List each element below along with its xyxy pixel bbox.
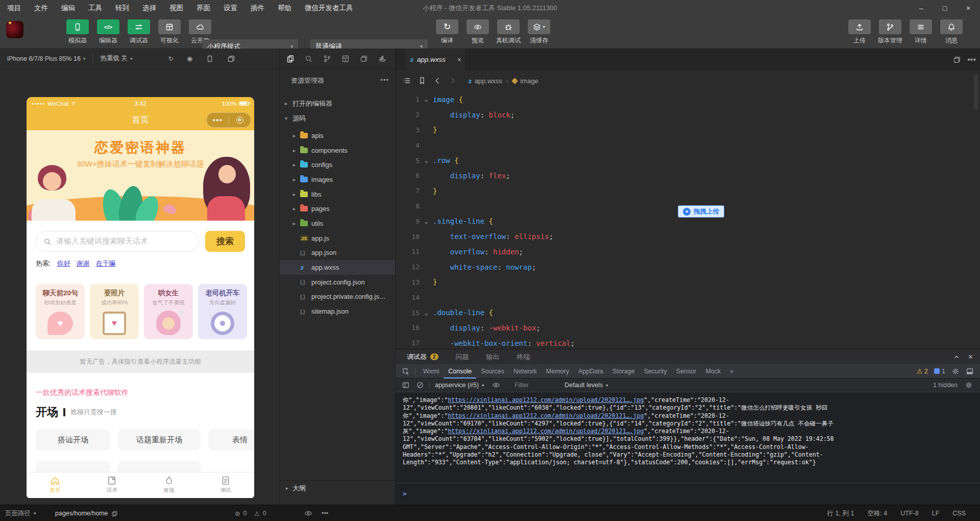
docker-icon[interactable] [378, 55, 386, 63]
breadcrumb-file[interactable]: ɜ app.wxss [468, 77, 502, 85]
source-section[interactable]: ▾源码 [280, 111, 395, 126]
devtools-tab-mock[interactable]: Mock [701, 364, 725, 378]
panel-tab-debugger[interactable]: 调试器2 [407, 352, 438, 362]
console-sidebar-icon[interactable] [402, 381, 410, 389]
menu-项目[interactable]: 项目 [7, 4, 21, 13]
phrase-button-clipped[interactable] [118, 461, 201, 472]
phrase-button[interactable]: 表情 [208, 429, 254, 451]
file-libs[interactable]: ▸libs [280, 187, 395, 202]
editor-scrollbar[interactable] [974, 74, 978, 110]
fold-icon[interactable]: ⌄ [420, 310, 433, 316]
hot-link-谢谢[interactable]: 谢谢 [77, 259, 90, 268]
upload-button[interactable]: 上传 [847, 19, 872, 45]
fold-icon[interactable]: ⌄ [420, 218, 433, 225]
close-icon[interactable]: × [957, 0, 980, 16]
language-mode[interactable]: CSS [952, 510, 966, 517]
details-button[interactable]: 详情 [909, 19, 933, 45]
fold-icon[interactable]: ⌄ [420, 157, 433, 164]
tab-home[interactable]: 首页 [27, 472, 84, 498]
menu-界面[interactable]: 界面 [197, 4, 210, 13]
problems-counter[interactable]: ⊘0 ⚠0 [235, 505, 266, 521]
devtools-tab-»[interactable]: » [725, 364, 738, 378]
devtools-tab-memory[interactable]: Memory [542, 364, 574, 378]
gear-icon[interactable] [951, 367, 960, 375]
restart-icon[interactable]: ↻ [168, 55, 173, 62]
multi-window-icon[interactable] [227, 55, 235, 63]
window-icon[interactable] [360, 55, 368, 63]
devtools-tab-storage[interactable]: Storage [608, 364, 640, 378]
panel-tab-terminal[interactable]: 终端 [517, 352, 530, 362]
breadcrumb-symbol[interactable]: image [512, 77, 538, 85]
console-output[interactable]: 你","image":"https://xinlianai.app1212.co… [396, 392, 980, 483]
file-app.js[interactable]: JSapp.js [280, 231, 395, 246]
file-project.private.config.js…[interactable]: {..}project.private.config.js… [280, 290, 395, 304]
file-project.config.json[interactable]: {..}project.config.json [280, 275, 395, 290]
visualize-button[interactable]: 可视化 [157, 19, 182, 45]
gear-icon[interactable] [965, 381, 973, 389]
file-app.wxss[interactable]: ɜapp.wxss [280, 260, 395, 275]
record-icon[interactable]: ◉ [187, 55, 192, 62]
devtools-tab-sources[interactable]: Sources [476, 364, 509, 378]
tab-scripts[interactable]: 话术 [84, 472, 141, 498]
context-select[interactable]: appservice (#5)▾ [435, 382, 484, 389]
clear-console-icon[interactable] [416, 381, 424, 389]
minimize-icon[interactable]: – [910, 0, 933, 16]
console-link[interactable]: https://xinlianai.app1212.com/admin/uplo… [448, 396, 644, 404]
more-icon[interactable]: ••• [967, 55, 976, 64]
copy-icon[interactable] [111, 510, 118, 517]
devtools-tab-network[interactable]: Network [509, 364, 542, 378]
files-icon[interactable] [286, 55, 295, 63]
file-configs[interactable]: ▸configs [280, 157, 395, 172]
branch-icon[interactable] [323, 55, 331, 63]
issue-count[interactable]: 1 [934, 368, 945, 375]
filter-input[interactable]: Filter [514, 382, 529, 389]
eol[interactable]: LF [932, 510, 940, 517]
file-images[interactable]: ▸images [280, 172, 395, 187]
page-path[interactable]: pages/home/home [55, 505, 118, 521]
panel-tab-problems[interactable]: 问题 [456, 352, 469, 362]
search-button[interactable]: 搜索 [205, 231, 245, 252]
tab-test[interactable]: 测试 [198, 472, 255, 498]
drag-upload-button[interactable]: ❉ 拖拽上传 [678, 205, 724, 218]
console-link[interactable]: https://xinlianai.app1212.com/admin/uplo… [448, 428, 644, 435]
forward-arrow-icon[interactable] [449, 77, 457, 85]
inspect-element-icon[interactable] [402, 367, 410, 375]
close-capsule-icon[interactable] [229, 116, 251, 124]
avatar[interactable] [6, 21, 23, 38]
menu-帮助[interactable]: 帮助 [278, 4, 291, 13]
file-utils[interactable]: ▸utils [280, 216, 395, 231]
editor-button[interactable]: </>编辑器 [96, 19, 120, 45]
log-levels-select[interactable]: Default levels▾ [565, 382, 608, 389]
menu-选择[interactable]: 选择 [142, 4, 156, 13]
promo-banner[interactable]: 恋爱密语神器 30W+撩妹话术一键复制解决尬聊话题 [27, 130, 254, 221]
panel-tab-output[interactable]: 输出 [486, 352, 500, 362]
menu-工具[interactable]: 工具 [88, 4, 102, 13]
file-app.json[interactable]: {..}app.json [280, 246, 395, 260]
devtools-tab-console[interactable]: Console [444, 364, 476, 378]
search-input[interactable]: 请输入关键词搜索聊天话术 [36, 231, 199, 252]
close-panel-icon[interactable]: × [968, 352, 973, 362]
split-editor-icon[interactable] [953, 56, 961, 64]
simulator-button[interactable]: 模拟器 [65, 19, 90, 45]
file-apis[interactable]: ▸apis [280, 128, 395, 143]
debugger-button[interactable]: 调试器 [127, 19, 151, 45]
file-pages[interactable]: ▸pages [280, 201, 395, 216]
compile-button[interactable]: ↻编译 [435, 19, 459, 45]
more-icon[interactable]: ••• [380, 76, 389, 85]
hot-link-在干嘛[interactable]: 在干嘛 [96, 259, 116, 268]
indent-setting[interactable]: 空格: 4 [867, 509, 887, 518]
eye-icon[interactable] [304, 505, 312, 521]
menu-文件[interactable]: 文件 [34, 4, 48, 13]
dock-panel-icon[interactable] [966, 367, 974, 375]
layout-icon[interactable] [341, 55, 350, 63]
file-sitemap.json[interactable]: {..}sitemap.json [280, 304, 395, 319]
menu-转到[interactable]: 转到 [115, 4, 129, 13]
hot-link-你好[interactable]: 你好 [57, 259, 70, 268]
tab-app-wxss[interactable]: ɜ app.wxss × [406, 49, 466, 70]
console-link[interactable]: https://xinlianai.app1212.com/admin/uplo… [448, 412, 644, 419]
open-editors-section[interactable]: ▸打开的编辑器 [280, 96, 395, 111]
messages-button[interactable]: 消息 [939, 19, 964, 45]
feature-card[interactable]: 聊天前20句秒增加好感度♥ [36, 284, 85, 339]
version-control-button[interactable]: 版本管理 [878, 19, 902, 45]
page-path-select[interactable]: 页面路径▾ [5, 505, 36, 521]
